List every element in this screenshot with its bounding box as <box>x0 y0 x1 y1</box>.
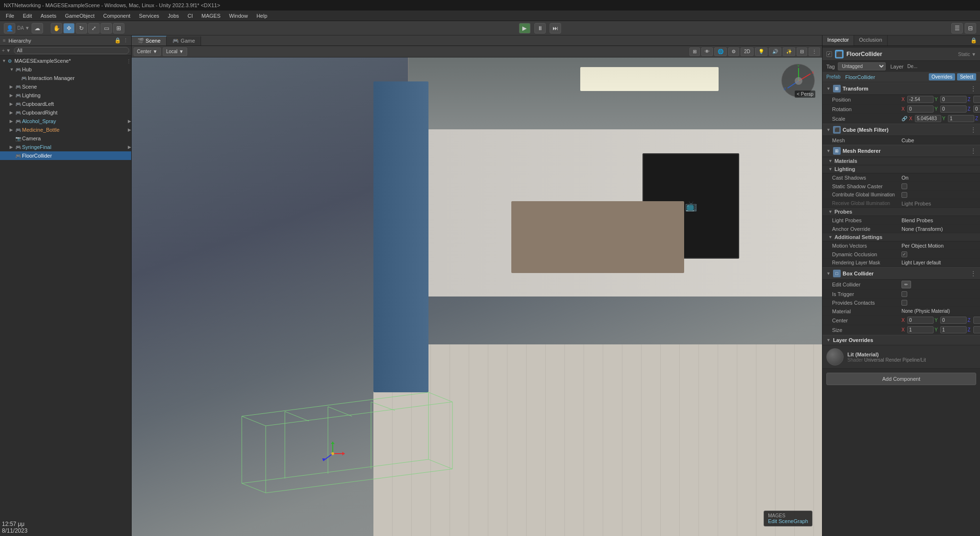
hierarchy-item-hub[interactable]: ▼ 🎮 Hub <box>0 65 131 74</box>
menu-ci[interactable]: CI <box>184 12 197 20</box>
dynamic-occlusion-checkbox[interactable]: ✓ <box>901 251 907 257</box>
add-component-button[interactable]: Add Component <box>826 373 976 385</box>
effects-btn[interactable]: ✨ <box>783 47 795 56</box>
hierarchy-item-lighting[interactable]: ▶ 🎮 Lighting <box>0 91 131 100</box>
rot-y[interactable] <box>940 105 967 113</box>
menu-component[interactable]: Component <box>99 12 134 20</box>
audio-btn[interactable]: 🔊 <box>769 47 781 56</box>
hierarchy-item-scene[interactable]: ▶ 🎮 Scene <box>0 82 131 91</box>
light-btn[interactable]: 💡 <box>755 47 767 56</box>
menu-edit[interactable]: Edit <box>19 12 36 20</box>
size-x[interactable] <box>907 326 934 333</box>
pos-z[interactable] <box>973 96 980 103</box>
move-tool[interactable]: ✥ <box>63 23 75 34</box>
lighting-subheader[interactable]: ▼ Lighting <box>822 165 980 173</box>
edit-collider-btn[interactable]: ✏ <box>901 281 911 288</box>
center-dropdown[interactable]: Center ▼ <box>134 47 161 56</box>
step-btn[interactable]: ⏭ <box>550 23 561 34</box>
hierarchy-item-syringe[interactable]: ▶ 🎮 SyringeFinal ▶ <box>0 143 131 151</box>
go-active-checkbox[interactable]: ✓ <box>826 51 832 57</box>
center-y[interactable] <box>940 317 967 324</box>
inspector-lock-icon[interactable]: 🔒 <box>970 37 977 44</box>
local-dropdown[interactable]: Local ▼ <box>163 47 187 56</box>
menu-jobs[interactable]: Jobs <box>164 12 183 20</box>
hierarchy-item-camera[interactable]: 📷 Camera <box>0 134 131 143</box>
cloud-btn[interactable]: ☁ <box>32 23 43 34</box>
hide-btn[interactable]: ⊟ <box>797 47 807 56</box>
persp-label: < Persp <box>795 91 815 98</box>
materials-subheader[interactable]: ▼ Materials <box>822 157 980 165</box>
hierarchy-add-btn[interactable]: + ▼ <box>2 48 11 53</box>
hierarchy-more-icon[interactable]: ⋮ <box>123 37 128 44</box>
scale-x[interactable] <box>915 115 941 122</box>
layout-btn[interactable]: ⊟ <box>965 23 976 34</box>
material-value: None (Physic Material) <box>901 308 976 314</box>
prefab-overrides-btn[interactable]: Overrides <box>929 73 955 80</box>
contribute-gi-checkbox[interactable] <box>901 192 907 198</box>
pos-y[interactable] <box>940 96 967 103</box>
provides-contacts-checkbox[interactable] <box>901 300 907 306</box>
layers-btn[interactable]: ☰ <box>951 23 963 34</box>
rot-z[interactable] <box>973 105 980 113</box>
transform-tool[interactable]: ⊞ <box>113 23 124 34</box>
hierarchy-item-medicine-bottle[interactable]: ▶ 🎮 Medicine_Bottle ▶ <box>0 125 131 134</box>
mesh-filter-menu[interactable]: ⋮ <box>970 126 976 133</box>
account-btn[interactable]: 👤 <box>4 23 15 34</box>
rect-tool[interactable]: ▭ <box>101 23 112 34</box>
size-y[interactable] <box>940 326 967 333</box>
mesh-renderer-menu[interactable]: ⋮ <box>970 148 976 154</box>
tag-select[interactable]: Untagged <box>838 62 886 70</box>
size-z[interactable] <box>973 326 980 333</box>
scene-menu[interactable]: ⋮ <box>126 58 131 64</box>
mesh-renderer-header[interactable]: ▼ ⊞ Mesh Renderer ⋮ <box>822 145 980 157</box>
transform-header[interactable]: ▼ ⊞ Transform ⋮ <box>822 82 980 95</box>
menu-window[interactable]: Window <box>225 12 252 20</box>
menu-mages[interactable]: MAGES <box>198 12 225 20</box>
rotate-tool[interactable]: ↻ <box>76 23 87 34</box>
pos-x[interactable] <box>907 96 934 103</box>
layer-overrides-header[interactable]: ▼ Layer Overrides <box>822 335 980 345</box>
play-btn[interactable]: ▶ <box>519 23 530 34</box>
menu-gameobject[interactable]: GameObject <box>61 12 99 20</box>
menu-file[interactable]: File <box>2 12 18 20</box>
hierarchy-item-cupboard-left[interactable]: ▶ 🎮 CupboardLeft <box>0 100 131 108</box>
hierarchy-item-interaction-manager[interactable]: 🎮 Interaction Manager <box>0 74 131 82</box>
menu-services[interactable]: Services <box>135 12 163 20</box>
scene-more[interactable]: ⋮ <box>809 47 820 56</box>
pause-btn[interactable]: ⏸ <box>534 23 546 34</box>
hierarchy-item-floor-collider[interactable]: 🎮 FloorCollider <box>0 151 131 160</box>
edit-scene-graph-btn[interactable]: Edit SceneGraph <box>768 518 808 524</box>
motion-vectors-value: Per Object Motion <box>901 243 976 249</box>
globe-btn[interactable]: 🌐 <box>714 47 727 56</box>
menu-assets[interactable]: Assets <box>37 12 60 20</box>
prefab-select-btn[interactable]: Select <box>957 73 976 80</box>
is-trigger-checkbox[interactable] <box>901 291 907 297</box>
probes-subheader[interactable]: ▼ Probes <box>822 208 980 216</box>
hierarchy-item-cupboard-right[interactable]: ▶ 🎮 CupboardRight <box>0 108 131 117</box>
transform-menu[interactable]: ⋮ <box>970 85 976 92</box>
grid-btn[interactable]: ⊞ <box>689 47 700 56</box>
hierarchy-search[interactable] <box>14 47 129 54</box>
hierarchy-item-alcohol-spray[interactable]: ▶ 🎮 Alcohol_Spray ▶ <box>0 117 131 125</box>
vis-btn[interactable]: 👁 <box>701 47 713 56</box>
hierarchy-lock-icon[interactable]: 🔒 <box>114 37 121 44</box>
center-z[interactable] <box>973 317 980 324</box>
rot-x[interactable] <box>907 105 934 113</box>
static-shadow-checkbox[interactable] <box>901 183 907 189</box>
menu-help[interactable]: Help <box>253 12 271 20</box>
2d-btn[interactable]: 2D <box>741 47 754 56</box>
scale-y[interactable] <box>948 115 974 122</box>
scale-tool[interactable]: ⤢ <box>88 23 100 34</box>
center-x[interactable] <box>907 317 934 324</box>
mesh-filter-header[interactable]: ▼ ⬛ Cube (Mesh Filter) ⋮ <box>822 124 980 136</box>
scene-settings[interactable]: ⚙ <box>728 47 739 56</box>
scene-tab[interactable]: 🎬 Scene <box>132 36 167 46</box>
hierarchy-item-mages-scene[interactable]: ▼ ⚙ MAGESExampleScene* ⋮ <box>0 57 131 65</box>
occlusion-tab[interactable]: Occlusion <box>854 35 887 46</box>
additional-settings-subheader[interactable]: ▼ Additional Settings <box>822 233 980 241</box>
game-tab[interactable]: 🎮 Game <box>167 36 201 46</box>
inspector-tab[interactable]: Inspector <box>822 35 854 46</box>
box-collider-header[interactable]: ▼ □ Box Collider ⋮ <box>822 267 980 280</box>
box-collider-menu[interactable]: ⋮ <box>970 270 976 277</box>
hand-tool[interactable]: ✋ <box>51 23 62 34</box>
